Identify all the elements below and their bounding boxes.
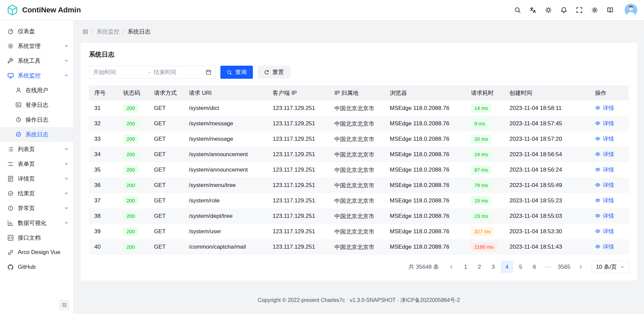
footer: Copyright © 2022-present Charles7c · v1.… (74, 288, 644, 314)
sidebar-item-monitor[interactable]: 系统监控 (0, 68, 73, 83)
log-table: 序号状态码请求方式请求 URI客户端 IPIP 归属地浏览器请求耗时创建时间操作… (89, 85, 629, 255)
end-time-input[interactable] (154, 69, 206, 76)
sidebar-item-detail[interactable]: 详情页 (0, 171, 73, 186)
detail-link[interactable]: 详情 (595, 181, 614, 189)
cell-no: 33 (89, 131, 118, 147)
elapsed-time-badge: 14 ms (471, 104, 491, 113)
detail-link[interactable]: 详情 (595, 197, 614, 204)
pagination-next-button[interactable] (575, 261, 587, 273)
cell-browser: MSEdge 118.0.2088.76 (384, 116, 466, 131)
page-number-button[interactable]: 4 (501, 261, 513, 273)
sidebar-subitem-system-log[interactable]: 系统日志 (0, 127, 73, 142)
cell-status: 200 (118, 147, 149, 162)
elapsed-time-badge: 327 ms (471, 227, 494, 236)
detail-link[interactable]: 详情 (595, 150, 614, 158)
page-number-button[interactable]: 6 (528, 261, 541, 273)
translate-button[interactable] (526, 3, 540, 17)
cell-action: 详情 (590, 162, 629, 178)
start-time-input[interactable] (93, 69, 145, 76)
detail-link[interactable]: 详情 (595, 104, 614, 112)
sidebar-subitem-label: 系统日志 (25, 131, 69, 138)
cell-browser: MSEdge 118.0.2088.76 (384, 208, 466, 224)
cell-uri: /system/message (183, 131, 267, 147)
sidebar-subitem-online-user[interactable]: 在线用户 (0, 83, 73, 98)
fullscreen-button[interactable] (572, 3, 586, 17)
search-button[interactable]: 查询 (220, 66, 253, 79)
sidebar-item-form[interactable]: 表单页 (0, 156, 73, 171)
cell-browser: MSEdge 118.0.2088.76 (384, 162, 466, 178)
detail-link[interactable]: 详情 (595, 243, 614, 251)
cell-elapsed: 15 ms (466, 193, 504, 208)
sidebar-item-exception[interactable]: 异常页 (0, 201, 73, 215)
reset-button[interactable]: 重置 (258, 66, 290, 79)
top-header: ContiNew Admin (0, 0, 644, 20)
cell-method: GET (149, 178, 183, 193)
brand[interactable]: ContiNew Admin (7, 4, 81, 16)
column-header: 操作 (590, 85, 629, 101)
refresh-icon (264, 70, 269, 75)
elapsed-time-badge: 9 ms (471, 119, 489, 128)
sidebar-item-github[interactable]: GitHub (0, 260, 73, 274)
status-code-badge: 200 (123, 196, 138, 205)
sidebar-item-list[interactable]: 列表页 (0, 142, 73, 156)
docs-button[interactable] (603, 3, 617, 17)
sidebar-subitem-label: 登录日志 (25, 101, 69, 109)
date-range-picker[interactable]: - (89, 66, 216, 79)
sidebar-subitem-operation-log[interactable]: 操作日志 (0, 112, 73, 127)
eye-icon (595, 136, 600, 141)
cell-method: GET (149, 101, 183, 116)
column-header: 客户端 IP (267, 85, 329, 101)
cell-ip-region: 中国北京北京市 (329, 178, 384, 193)
settings-button[interactable] (588, 3, 602, 17)
sidebar-item-tool[interactable]: 系统工具 (0, 53, 73, 68)
table-row: 39 200 GET /system/user 123.117.129.251 … (89, 224, 629, 239)
chevron-down-icon (64, 44, 69, 48)
user-avatar[interactable] (625, 4, 637, 16)
cell-method: GET (149, 224, 183, 239)
pagination-ellipsis: ··· (542, 261, 554, 273)
cell-uri: /system/dict (183, 101, 267, 116)
detail-link[interactable]: 详情 (595, 212, 614, 220)
sidebar-item-label: 异常页 (18, 204, 60, 212)
detail-link[interactable]: 详情 (595, 166, 614, 174)
status-code-badge: 200 (123, 181, 138, 190)
cell-method: GET (149, 147, 183, 162)
cell-uri: /system/message (183, 116, 267, 131)
detail-link-label: 详情 (603, 181, 614, 189)
sidebar-item-settings[interactable]: 系统管理 (0, 39, 73, 53)
page-number-button[interactable]: 1 (460, 261, 472, 273)
breadcrumb-item-system-monitor[interactable]: 系统监控 (97, 28, 119, 36)
detail-link[interactable]: 详情 (595, 228, 614, 235)
cell-action: 详情 (590, 178, 629, 193)
detail-link[interactable]: 详情 (595, 135, 614, 143)
cell-browser: MSEdge 118.0.2088.76 (384, 178, 466, 193)
sidebar-collapse-button[interactable] (59, 300, 69, 310)
theme-light-button[interactable] (541, 3, 555, 17)
sidebar-item-api-doc[interactable]: 接口文档 (0, 230, 73, 245)
cell-uri: /system/dept/tree (183, 208, 267, 224)
sidebar-item-label: 列表页 (18, 145, 60, 153)
page-number-button[interactable]: 3 (487, 261, 499, 273)
sidebar-item-dashboard[interactable]: 仪表盘 (0, 24, 73, 39)
column-header: 创建时间 (504, 85, 590, 101)
exception-icon (7, 205, 14, 211)
detail-link[interactable]: 详情 (595, 120, 614, 127)
search-button[interactable] (511, 3, 525, 17)
pagination-prev-button[interactable] (445, 261, 458, 273)
cell-ip-region: 中国北京北京市 (329, 131, 384, 147)
table-row: 35 200 GET /system/announcement 123.117.… (89, 162, 629, 178)
page-number-button[interactable]: 3565 (556, 261, 573, 273)
cell-created-at: 2023-11-04 18:55:23 (504, 193, 590, 208)
page-number-button[interactable]: 5 (515, 261, 527, 273)
page-number-button[interactable]: 2 (473, 261, 486, 273)
sidebar-item-link[interactable]: Arco Design Vue (0, 245, 73, 260)
sidebar-subitem-login-log[interactable]: 登录日志 (0, 98, 73, 112)
cell-method: GET (149, 239, 183, 255)
sidebar-item-result[interactable]: 结果页 (0, 186, 73, 201)
table-row: 34 200 GET /system/announcement 123.117.… (89, 147, 629, 162)
page-size-select[interactable]: 10 条/页 (592, 261, 629, 273)
table-header-row: 序号状态码请求方式请求 URI客户端 IPIP 归属地浏览器请求耗时创建时间操作 (89, 85, 629, 101)
app-logo-icon (7, 4, 18, 16)
sidebar-item-chart[interactable]: 数据可视化 (0, 215, 73, 230)
notifications-button[interactable] (557, 3, 571, 17)
